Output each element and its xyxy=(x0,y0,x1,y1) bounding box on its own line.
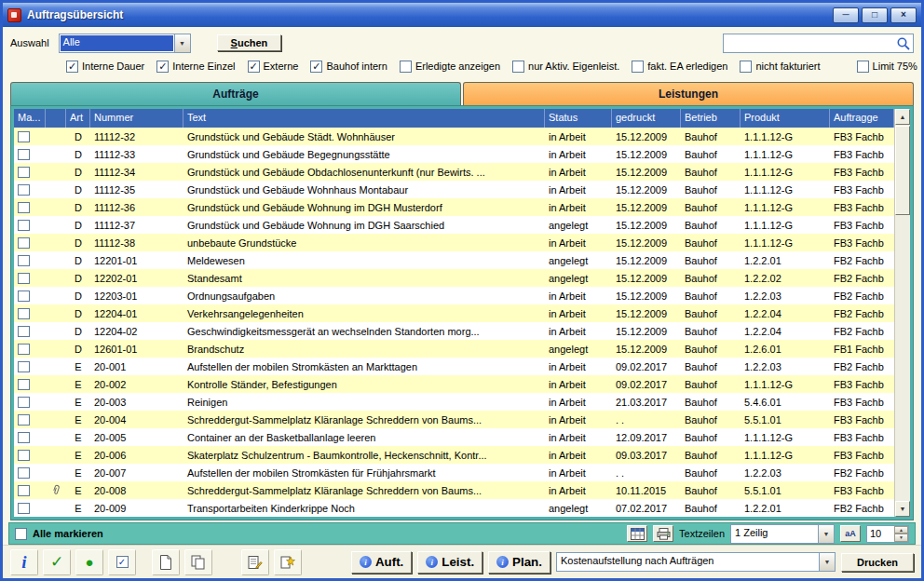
row-checkbox[interactable] xyxy=(18,379,30,390)
column-header[interactable]: Ma... xyxy=(14,109,46,128)
row-checkbox[interactable] xyxy=(18,485,30,496)
column-header[interactable]: Auftragge xyxy=(830,109,894,128)
table-row[interactable]: D 11112-38 unbebaute Grundstücke in Arbe… xyxy=(14,234,894,251)
row-checkbox[interactable] xyxy=(18,361,30,372)
chevron-down-icon[interactable]: ▼ xyxy=(818,525,834,543)
column-header[interactable]: Art xyxy=(66,109,90,128)
table-row[interactable]: E 20-007 Aufstellen der mobilen Stromkäs… xyxy=(14,464,894,481)
table-row[interactable]: D 11112-36 Grundstück und Gebäude Wohnun… xyxy=(14,198,894,216)
edit-notes-button[interactable] xyxy=(241,549,269,575)
select-button[interactable]: ✓ xyxy=(108,549,136,575)
row-checkbox[interactable] xyxy=(18,467,30,479)
row-checkbox[interactable] xyxy=(18,202,30,213)
search-input[interactable] xyxy=(723,34,914,53)
row-checkbox[interactable] xyxy=(18,131,30,142)
scrollbar-thumb[interactable] xyxy=(895,126,910,215)
scrollbar-track[interactable] xyxy=(895,216,910,501)
row-checkbox[interactable] xyxy=(18,167,30,178)
checkbox-icon[interactable] xyxy=(740,61,752,73)
row-checkbox[interactable] xyxy=(18,432,30,443)
column-header[interactable]: Text xyxy=(183,109,545,128)
special-action-button[interactable] xyxy=(274,549,302,575)
row-checkbox[interactable] xyxy=(18,184,30,196)
table-row[interactable]: D 11112-34 Grundstück und Gebäude Obdach… xyxy=(14,163,894,181)
checkbox-icon[interactable]: ✓ xyxy=(248,61,260,73)
suchen-button[interactable]: Suchen xyxy=(217,34,282,51)
column-header[interactable]: Produkt xyxy=(741,109,830,128)
row-checkbox[interactable] xyxy=(18,237,30,249)
table-row[interactable]: D 12204-02 Geschwindigkeitsmessgerät an … xyxy=(14,322,894,340)
filter-checkbox-item[interactable]: ✓ Interne Dauer xyxy=(66,61,144,73)
font-size-stepper[interactable]: 10 ▲ ▼ xyxy=(866,525,909,543)
titlebar[interactable]: Auftragsübersicht ─ □ × xyxy=(3,3,921,27)
scroll-down-icon[interactable]: ▼ xyxy=(895,501,910,517)
table-row[interactable]: D 12203-01 Ordnungsaufgaben in Arbeit 15… xyxy=(14,287,894,304)
table-row[interactable]: E 20-006 Skaterplatz Schulzentrum - Baum… xyxy=(14,446,894,464)
maximize-button[interactable]: □ xyxy=(862,7,888,23)
row-checkbox[interactable] xyxy=(18,255,30,266)
table-row[interactable]: E 20-001 Aufstellen der mobilen Stromkäs… xyxy=(14,358,894,375)
row-checkbox[interactable] xyxy=(18,326,30,337)
drucken-button[interactable]: Drucken xyxy=(841,553,914,572)
spinner-up-icon[interactable]: ▲ xyxy=(894,526,908,534)
row-checkbox[interactable] xyxy=(18,149,30,160)
row-checkbox[interactable] xyxy=(18,220,30,231)
row-checkbox[interactable] xyxy=(18,414,30,426)
table-row[interactable]: D 12201-01 Meldewesen angelegt 15.12.200… xyxy=(14,251,894,269)
printer-icon[interactable] xyxy=(653,525,673,542)
tab-auftraege[interactable]: Aufträge xyxy=(10,82,461,105)
column-header[interactable]: gedruckt xyxy=(612,109,681,128)
row-checkbox[interactable] xyxy=(18,273,30,284)
spinner-down-icon[interactable]: ▼ xyxy=(894,534,908,542)
checkbox-icon[interactable] xyxy=(512,61,524,73)
confirm-button[interactable]: ✓ xyxy=(43,549,71,575)
scroll-up-icon[interactable]: ▲ xyxy=(895,109,910,125)
leist-button[interactable]: i Leist. xyxy=(417,551,482,574)
table-row[interactable]: E 20-003 Reinigen in Arbeit 21.03.2017 B… xyxy=(14,393,894,411)
table-row[interactable]: D 11112-35 Grundstück und Gebäude Wohnha… xyxy=(14,181,894,198)
table-row[interactable]: E 20-004 Schreddergut-Sammelplatz Kläran… xyxy=(14,411,894,428)
alle-markieren-checkbox[interactable] xyxy=(15,528,27,540)
chevron-down-icon[interactable]: ▼ xyxy=(819,553,835,571)
column-header[interactable]: Status xyxy=(545,109,612,128)
table-row[interactable]: E 20-005 Container an der Basketballanla… xyxy=(14,428,894,446)
minimize-button[interactable]: ─ xyxy=(833,7,859,23)
auft-button[interactable]: i Auft. xyxy=(351,551,412,574)
checkbox-icon[interactable]: ✓ xyxy=(156,61,169,73)
filter-checkbox-item[interactable]: nicht fakturiert xyxy=(740,61,820,73)
copy-button[interactable] xyxy=(184,549,212,575)
checkbox-icon[interactable] xyxy=(400,61,412,73)
chevron-down-icon[interactable]: ▼ xyxy=(174,34,190,52)
table-row[interactable]: D 12202-01 Standesamt angelegt 15.12.200… xyxy=(14,269,894,287)
column-header[interactable]: Nummer xyxy=(90,109,183,128)
filter-checkbox-item[interactable]: Erledigte anzeigen xyxy=(400,61,500,73)
table-row[interactable]: D 11112-37 Grundstück und Gebäude Wohnun… xyxy=(14,216,894,234)
close-button[interactable]: × xyxy=(890,7,917,23)
tab-leistungen[interactable]: Leistungen xyxy=(463,82,914,105)
status-button[interactable]: ● xyxy=(75,549,103,575)
row-checkbox[interactable] xyxy=(18,308,30,319)
checkbox-icon[interactable]: ✓ xyxy=(310,61,322,73)
row-checkbox[interactable] xyxy=(18,450,30,461)
checkbox-icon[interactable] xyxy=(857,61,869,73)
filter-checkbox-item[interactable]: ✓ Externe xyxy=(248,61,299,73)
row-checkbox[interactable] xyxy=(18,290,30,302)
filter-checkbox-item[interactable]: ✓ Bauhof intern xyxy=(310,61,387,73)
table-row[interactable]: E 20-009 Transportarbeiten Kinderkrippe … xyxy=(14,499,894,517)
column-header[interactable] xyxy=(46,109,66,128)
table-row[interactable]: D 11112-32 Grundstück und Gebäude Städt.… xyxy=(14,128,894,145)
checkbox-icon[interactable]: ✓ xyxy=(66,61,78,73)
filter-checkbox-item[interactable]: ✓ Interne Einzel xyxy=(156,61,235,73)
column-header[interactable]: Betrieb xyxy=(681,109,741,128)
table-row[interactable]: D 12601-01 Brandschutz angelegt 15.12.20… xyxy=(14,340,894,358)
font-size-icon[interactable]: aA xyxy=(840,525,861,542)
new-document-button[interactable] xyxy=(152,549,180,575)
table-grid-icon[interactable] xyxy=(627,525,647,542)
table-row[interactable]: D 11112-33 Grundstück und Gebäude Begegn… xyxy=(14,145,894,163)
plan-button[interactable]: i Plan. xyxy=(488,551,550,574)
textzeilen-dropdown[interactable]: 1 Zeilig ▼ xyxy=(730,524,835,544)
row-checkbox[interactable] xyxy=(18,397,30,408)
filter-checkbox-item[interactable]: fakt. EA erledigen xyxy=(632,61,727,73)
table-row[interactable]: E 20-002 Kontrolle Ständer, Befestigunge… xyxy=(14,375,894,393)
table-row[interactable]: E 20-008 Schreddergut-Sammelplatz Kläran… xyxy=(14,481,894,499)
